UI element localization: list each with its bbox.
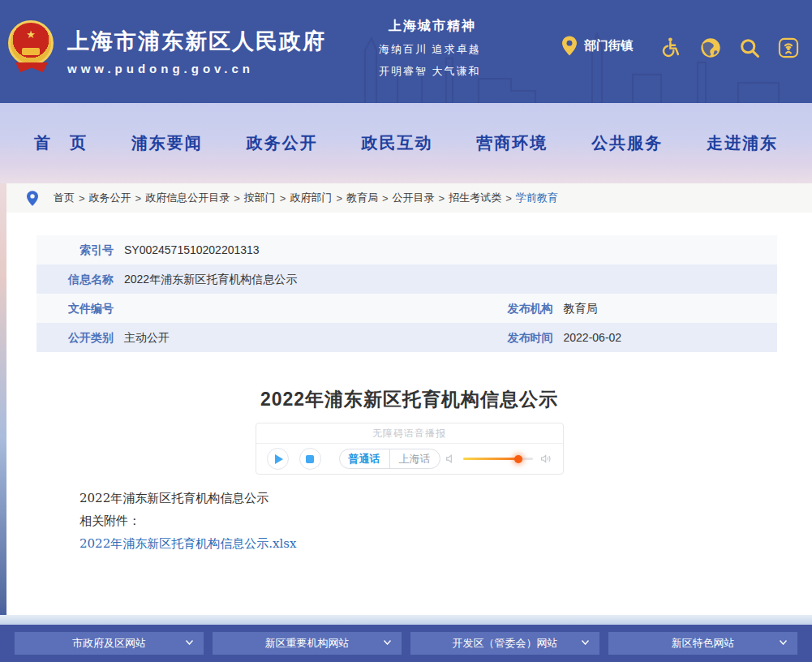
nav-item-gov-affairs[interactable]: 政务公开 xyxy=(247,132,318,154)
accessibility-audio-player: 无障碍语音播报 普通话 上海话 xyxy=(256,423,564,475)
breadcrumb-item[interactable]: 政务公开 xyxy=(85,191,135,205)
pre-footer-strip xyxy=(0,615,812,625)
attachment-xlsx-link[interactable]: 2022年浦东新区托育机构信息公示.xlsx xyxy=(79,536,296,551)
attachments-heading: 相关附件： xyxy=(79,509,812,532)
publisher-label: 发布机构 xyxy=(407,294,553,323)
dropdown-label: 新区重要机构网站 xyxy=(265,636,350,651)
dropdown-label: 开发区（管委会）网站 xyxy=(453,636,558,651)
city-spirit-title: 上海城市精神 xyxy=(389,18,481,35)
breadcrumb-separator: > xyxy=(382,192,389,204)
breadcrumb-separator: > xyxy=(280,192,286,204)
open-category-label: 公开类别 xyxy=(37,323,114,352)
site-logo-link[interactable] xyxy=(8,20,55,82)
breadcrumb-item[interactable]: 教育局 xyxy=(342,191,382,205)
voice-access-icon[interactable] xyxy=(776,36,800,59)
document-info-table: 索引号 SY0024571510202201313 信息名称 2022年浦东新区… xyxy=(37,235,777,352)
lang-mandarin-button[interactable]: 普通话 xyxy=(340,452,389,466)
breadcrumb-separator: > xyxy=(135,192,142,204)
dept-streets-link[interactable]: 部门街镇 xyxy=(562,36,633,56)
dropdown-development-zone-sites[interactable]: 开发区（管委会）网站 xyxy=(410,632,599,655)
publish-date-value: 2022-06-02 xyxy=(564,323,622,352)
volume-high-icon xyxy=(540,454,552,464)
article-title: 2022年浦东新区托育机构信息公示 xyxy=(6,387,812,412)
index-number-label: 索引号 xyxy=(37,235,114,264)
dropdown-featured-sites[interactable]: 新区特色网站 xyxy=(608,632,797,655)
breadcrumb-item[interactable]: 招生考试类 xyxy=(445,191,505,205)
site-title: 上海市浦东新区人民政府 xyxy=(67,27,326,56)
nav-item-business-env[interactable]: 营商环境 xyxy=(476,132,548,154)
breadcrumb-separator: > xyxy=(79,192,85,204)
site-header: 上海市浦东新区人民政府 www.pudong.gov.cn 上海城市精神 海纳百… xyxy=(0,0,812,103)
location-pin-icon xyxy=(562,36,577,56)
chevron-down-icon xyxy=(780,640,787,645)
article-body: 2022年浦东新区托育机构信息公示 相关附件： 2022年浦东新区托育机构信息公… xyxy=(79,487,812,555)
site-title-block: 上海市浦东新区人民政府 www.pudong.gov.cn xyxy=(67,27,326,75)
chevron-down-icon xyxy=(384,640,391,645)
publisher-value: 教育局 xyxy=(564,294,598,323)
city-spirit-line2: 开明睿智 大气谦和 xyxy=(379,64,481,79)
lang-shanghainese-button[interactable]: 上海话 xyxy=(390,452,440,466)
language-toggle: 普通话 上海话 xyxy=(339,449,440,469)
volume-low-icon xyxy=(445,454,456,464)
emblem-ribbon xyxy=(15,62,48,72)
stop-icon xyxy=(306,455,314,463)
breadcrumb-separator: > xyxy=(336,192,342,204)
breadcrumb-current[interactable]: 学前教育 xyxy=(512,191,562,205)
stop-button[interactable] xyxy=(299,448,321,470)
breadcrumb-separator: > xyxy=(439,192,445,204)
volume-slider[interactable] xyxy=(463,458,533,460)
dropdown-city-district-sites[interactable]: 市政府及区网站 xyxy=(15,632,204,655)
nav-item-news[interactable]: 浦东要闻 xyxy=(131,132,203,154)
language-globe-icon[interactable] xyxy=(698,36,722,59)
breadcrumb-item[interactable]: 公开目录 xyxy=(389,191,439,205)
national-emblem-logo xyxy=(8,20,54,66)
nav-item-interaction[interactable]: 政民互动 xyxy=(361,132,432,154)
main-nav: 首 页 浦东要闻 政务公开 政民互动 营商环境 公共服务 走进浦东 xyxy=(0,103,812,183)
accessibility-wheelchair-icon[interactable] xyxy=(659,36,683,59)
search-icon[interactable] xyxy=(737,36,761,59)
publish-date-label: 发布时间 xyxy=(407,323,553,352)
dropdown-label: 新区特色网站 xyxy=(672,636,735,651)
nav-item-about-pudong[interactable]: 走进浦东 xyxy=(707,132,778,154)
breadcrumb: 首页 > 政务公开 > 政府信息公开目录 > 按部门 > 政府部门 > 教育局 … xyxy=(6,183,812,213)
body-line: 2022年浦东新区托育机构信息公示 xyxy=(79,487,812,509)
breadcrumb-separator: > xyxy=(234,192,240,204)
page: 上海市浦东新区人民政府 www.pudong.gov.cn 上海城市精神 海纳百… xyxy=(0,0,812,662)
play-icon xyxy=(275,454,283,464)
dept-streets-label: 部门街镇 xyxy=(584,38,633,54)
table-row: 文件编号 发布机构 教育局 xyxy=(37,294,777,323)
header-icon-toolbar xyxy=(659,36,800,59)
breadcrumb-separator: > xyxy=(505,192,512,204)
dropdown-label: 市政府及区网站 xyxy=(72,636,146,651)
index-number-value: SY0024571510202201313 xyxy=(124,235,260,264)
footer-link-bar: 市政府及区网站 新区重要机构网站 开发区（管委会）网站 新区特色网站 xyxy=(0,625,812,662)
breadcrumb-item[interactable]: 按部门 xyxy=(240,191,280,205)
site-url: www.pudong.gov.cn xyxy=(67,62,326,75)
player-caption: 无障碍语音播报 xyxy=(256,423,563,444)
chevron-down-icon xyxy=(186,640,193,645)
breadcrumb-item[interactable]: 政府信息公开目录 xyxy=(141,191,234,205)
dropdown-key-institution-sites[interactable]: 新区重要机构网站 xyxy=(213,632,402,655)
breadcrumb-pin-icon xyxy=(27,191,38,206)
volume-fill xyxy=(463,458,519,460)
nav-item-public-services[interactable]: 公共服务 xyxy=(591,132,663,154)
city-spirit-line1: 海纳百川 追求卓越 xyxy=(379,42,481,57)
table-row: 信息名称 2022年浦东新区托育机构信息公示 xyxy=(37,264,777,294)
volume-knob[interactable] xyxy=(514,455,522,463)
info-name-label: 信息名称 xyxy=(37,264,114,294)
doc-number-label: 文件编号 xyxy=(37,294,114,323)
city-spirit-block: 上海城市精神 海纳百川 追求卓越 开明睿智 大气谦和 xyxy=(379,18,481,79)
nav-item-home[interactable]: 首 页 xyxy=(34,132,88,154)
breadcrumb-item[interactable]: 政府部门 xyxy=(286,191,336,205)
content-area: 索引号 SY0024571510202201313 信息名称 2022年浦东新区… xyxy=(6,213,812,615)
play-button[interactable] xyxy=(267,448,289,470)
open-category-value: 主动公开 xyxy=(124,323,170,352)
chevron-down-icon xyxy=(582,640,589,645)
info-name-value: 2022年浦东新区托育机构信息公示 xyxy=(124,264,297,294)
breadcrumb-item[interactable]: 首页 xyxy=(49,191,79,205)
table-row: 索引号 SY0024571510202201313 xyxy=(37,235,777,264)
table-row: 公开类别 主动公开 发布时间 2022-06-02 xyxy=(37,323,777,352)
volume-control xyxy=(445,454,552,464)
